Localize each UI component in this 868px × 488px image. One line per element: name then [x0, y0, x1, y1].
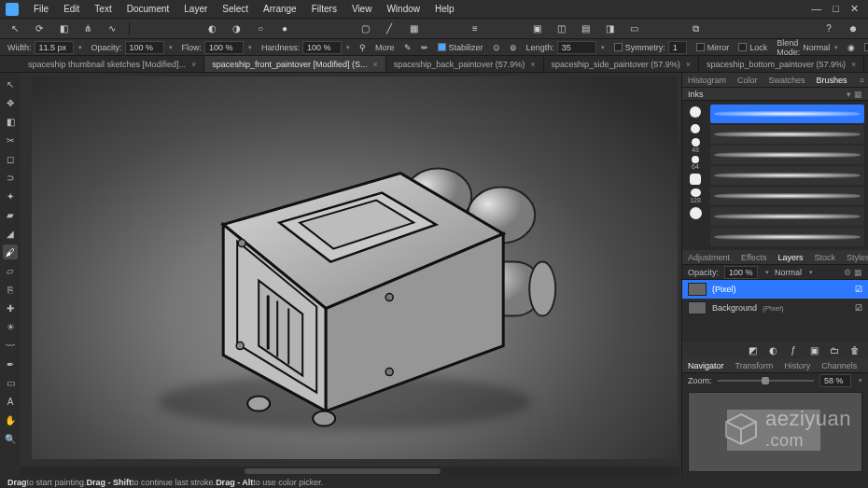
tab-stock[interactable]: Stock: [808, 253, 841, 262]
width-value[interactable]: 11.5 px: [35, 41, 74, 54]
pressure2-icon[interactable]: ✏: [421, 40, 428, 55]
brush-stroke[interactable]: [710, 166, 864, 185]
brush-stroke[interactable]: [710, 228, 864, 246]
tab-layers[interactable]: Layers: [772, 253, 808, 262]
zoom-value[interactable]: 58 %: [819, 374, 851, 387]
rotate-icon[interactable]: ⟳: [32, 21, 47, 36]
crop-icon[interactable]: ▢: [357, 21, 372, 36]
close-tab-icon[interactable]: ×: [191, 60, 196, 69]
doc-tab-0[interactable]: spaceship thumbnail sketches [Modified].…: [21, 56, 204, 72]
align-icon[interactable]: ≡: [468, 21, 483, 36]
brush-stroke[interactable]: [710, 146, 864, 164]
tab-styles[interactable]: Styles: [841, 253, 868, 262]
dropper-icon[interactable]: ⚲: [359, 40, 366, 55]
brush-preset[interactable]: [687, 205, 704, 220]
symmetry-checkbox[interactable]: [614, 43, 623, 51]
length-value[interactable]: 35: [557, 41, 596, 54]
folder-icon[interactable]: 🗀: [827, 342, 842, 357]
chevron-down-icon[interactable]: ▾: [833, 44, 838, 51]
symmetry-icon[interactable]: ⧉: [688, 21, 703, 36]
tab-adjustment[interactable]: Adjustment: [682, 253, 735, 262]
layer-settings-icon[interactable]: ⚙ ▦: [844, 268, 862, 277]
menu-arrange[interactable]: Arrange: [256, 4, 304, 14]
layers-stack-icon[interactable]: ▣: [529, 21, 544, 36]
help-icon[interactable]: ?: [821, 21, 836, 36]
hand-tool[interactable]: ✋: [3, 412, 18, 427]
opacity-value[interactable]: 100 %: [125, 41, 164, 54]
panel-expand-icon[interactable]: ▾ ▦: [847, 90, 862, 99]
layer-visible-icon[interactable]: ☑: [855, 303, 862, 313]
chevron-down-icon[interactable]: ▾: [599, 44, 605, 51]
tab-navigator[interactable]: Navigator: [682, 361, 730, 370]
brush-preset[interactable]: [687, 121, 704, 136]
close-tab-icon[interactable]: ×: [686, 60, 691, 69]
zoom-tool[interactable]: 🔍: [3, 431, 18, 446]
chevron-down-icon[interactable]: ▾: [344, 44, 350, 51]
mode1-icon[interactable]: ⊙: [493, 40, 500, 55]
layer-row[interactable]: (Pixel) ☑: [682, 280, 868, 299]
chevron-down-icon[interactable]: ▾: [167, 44, 173, 51]
menu-file[interactable]: File: [26, 4, 56, 14]
doc-tab-3[interactable]: spaceship_side_paintover (57.9%)×: [544, 56, 699, 72]
circle-icon[interactable]: ●: [277, 21, 292, 36]
chevron-down-icon[interactable]: ▾: [246, 44, 252, 51]
fill-tool[interactable]: ▰: [3, 207, 18, 222]
eraser-tool[interactable]: ▱: [3, 263, 18, 278]
stabilizer-checkbox[interactable]: [438, 43, 446, 51]
text-tool[interactable]: A: [3, 394, 18, 409]
layer-blend-value[interactable]: Normal: [775, 268, 802, 277]
mask-icon[interactable]: ◩: [745, 342, 760, 357]
layer-visible-icon[interactable]: ☑: [855, 285, 862, 294]
canvas[interactable]: [32, 77, 678, 459]
brush-preset[interactable]: 48: [687, 138, 704, 153]
menu-window[interactable]: Window: [379, 4, 427, 14]
smudge-tool[interactable]: 〰: [3, 338, 18, 353]
circle-outline-icon[interactable]: ○: [253, 21, 268, 36]
brush-preset[interactable]: [687, 105, 704, 119]
brush-preset[interactable]: 64: [687, 155, 704, 170]
fx-icon[interactable]: ƒ: [786, 342, 801, 357]
blendmode-value[interactable]: Normal: [803, 43, 830, 52]
move-icon[interactable]: ↖: [7, 21, 22, 36]
window-minimize-icon[interactable]: —: [811, 3, 821, 15]
close-tab-icon[interactable]: ×: [851, 60, 856, 69]
flow-value[interactable]: 100 %: [204, 41, 244, 54]
crop-tool[interactable]: ✂: [3, 132, 18, 147]
gradient-icon[interactable]: ◨: [602, 21, 617, 36]
chevron-down-icon[interactable]: ▾: [763, 269, 769, 276]
pressure-icon[interactable]: ✎: [404, 40, 412, 55]
overlay-icon[interactable]: ◫: [553, 21, 568, 36]
shape-tool[interactable]: ▭: [3, 375, 18, 390]
menu-edit[interactable]: Edit: [56, 4, 87, 14]
cube-icon[interactable]: ◧: [56, 21, 71, 36]
doc-tab-4[interactable]: spaceship_bottom_paintover (57.9%)×: [699, 56, 864, 72]
arrow-tool[interactable]: ↖: [3, 77, 18, 91]
wetedges-checkbox[interactable]: [864, 43, 868, 51]
tab-swatches[interactable]: Swatches: [763, 76, 811, 85]
tab-history[interactable]: History: [778, 361, 816, 370]
panel-menu-icon[interactable]: ≡: [860, 76, 868, 85]
brush-preset[interactable]: 128: [687, 188, 704, 203]
grid-icon[interactable]: ▦: [406, 21, 421, 36]
network-icon[interactable]: ⋔: [80, 21, 95, 36]
brush-stroke[interactable]: [710, 125, 864, 144]
doc-tab-1[interactable]: spaceship_front_paintover [Modified] (S.…: [204, 56, 385, 72]
hardness-value[interactable]: 100 %: [302, 41, 342, 54]
tab-transform[interactable]: Transform: [730, 361, 779, 370]
tab-color[interactable]: Color: [732, 76, 763, 85]
wet-icon[interactable]: ◉: [847, 40, 855, 55]
profile-icon[interactable]: ☻: [846, 21, 861, 36]
more-button[interactable]: More: [375, 43, 395, 52]
tab-channels[interactable]: Channels: [816, 361, 862, 370]
move-tool[interactable]: ✥: [3, 95, 18, 110]
layer-opacity-value[interactable]: 100 %: [724, 266, 758, 279]
lasso-tool[interactable]: ⊃: [3, 170, 18, 185]
layer-row[interactable]: Background (Pixel) ☑: [682, 299, 868, 317]
gradient-tool[interactable]: ◢: [3, 226, 18, 241]
menu-select[interactable]: Select: [215, 4, 256, 14]
diagonal-icon[interactable]: ╱: [382, 21, 397, 36]
symmetry-value[interactable]: 1: [668, 41, 687, 54]
window-close-icon[interactable]: ✕: [850, 3, 859, 15]
tab-effects[interactable]: Effects: [735, 253, 772, 262]
contrast-icon[interactable]: ◑: [229, 21, 244, 36]
